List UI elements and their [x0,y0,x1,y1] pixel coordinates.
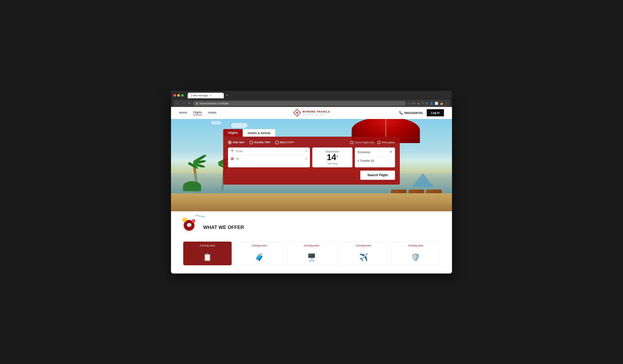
search-widget: Flights Hotels & Airbnb ONE WAY ROUND TR… [223,129,400,185]
sand [171,193,452,211]
reload-button[interactable]: ↻ [187,101,192,105]
maximize-window-button[interactable] [181,94,184,97]
date-picker[interactable]: September 14 • Saturday [312,148,353,167]
class-selector[interactable]: Economy ▼ [355,148,395,157]
offer-5-label: Coming soon [408,244,423,247]
phone-number: 📞 08022008793 [399,111,423,115]
back-button[interactable]: ← [176,101,180,105]
search-btn-row: Search Flight [228,171,395,180]
grammarly-icon[interactable]: G [426,102,428,105]
code-icon[interactable]: </> [411,102,416,105]
from-clear-button[interactable]: ✕ [305,150,308,153]
forward-button[interactable]: → [181,101,186,105]
refundable-option[interactable]: Refundable [377,141,395,144]
direct-flight-radio[interactable] [350,141,354,144]
bookmark-icon[interactable]: ☆ [407,102,410,105]
nav-flights[interactable]: Flights [193,110,202,115]
multi-city-option[interactable]: MULTI CITY [275,141,294,144]
one-way-option[interactable]: ONE WAY [228,141,245,144]
offer-card-5-header: Coming soon [391,242,440,249]
search-tabs: Flights Hotels & Airbnb [223,129,400,137]
class-selected: Economy [358,150,370,154]
tab-expand-icon[interactable]: ⌄ [447,94,450,97]
logo-text-container: MYMORE TRAVELS your golo, our care [303,110,330,115]
offers-section: 💬 1 We Are Here 🟡 WHAT WE OFFER [171,211,452,274]
from-input[interactable] [236,150,303,153]
minimize-window-button[interactable] [177,94,180,97]
active-tab[interactable]: 1 new message ✕ [188,93,224,98]
to-input[interactable] [236,157,303,161]
offer-4-label: Coming soon [356,244,371,247]
security-icon: 🔒 [196,102,198,105]
shield-icon[interactable]: 🛡 [422,102,424,105]
refundable-radio[interactable] [377,141,380,144]
search-panel: ONE WAY ROUND TRIP MULTI CITY [223,137,400,185]
one-way-radio[interactable] [228,141,232,144]
offer-card-2: Coming soon 🧳 [235,241,284,265]
tab-close-icon[interactable]: ✕ [209,94,212,97]
hotels-airbnb-tab[interactable]: Hotels & Airbnb [243,129,275,137]
chat-badge: 1 [192,219,195,223]
offer-card-4-header: Coming soon [339,242,388,249]
address-bar[interactable]: 🔒 mymoretravels.com/flight [193,101,406,106]
logo-icon: ✈ [293,109,301,117]
flights-tab[interactable]: Flights [223,129,243,137]
menu-icon[interactable]: ⋮ [445,102,447,105]
offer-4-icon: ✈️ [358,252,369,262]
logo-tagline: your golo, our care [303,113,330,115]
close-window-button[interactable] [173,94,176,97]
offer-card-4: Coming soon ✈️ [339,241,388,265]
phone-icon: 📞 [399,111,403,115]
offers-header: 💬 1 We Are Here 🟡 WHAT WE OFFER [183,219,440,235]
url-text: mymoretravels.com/flight [200,102,228,105]
chat-icon: 💬 [186,223,192,228]
multi-city-label: MULTI CITY [280,141,294,144]
tab-label: 1 new message [191,94,208,97]
refundable-label: Refundable [382,141,395,144]
offer-1-label: Coming soon [200,244,215,247]
traffic-lights [173,94,184,97]
tab-bar: 1 new message ✕ + ⌄ [188,93,450,98]
offer-2-label: Coming soon [252,244,267,247]
nav-links: Home Flights Hotels [179,110,217,115]
offer-card-3: Coming soon 🖥️ [287,241,336,265]
round-trip-option[interactable]: ROUND TRIP [249,141,270,144]
bush [183,181,201,191]
browser-titlebar: 1 new message ✕ + ⌄ [173,93,450,98]
date-weekday: Saturday [327,162,338,165]
offers-title: WHAT WE OFFER [203,225,244,230]
date-dot: • [336,154,338,158]
nav-home[interactable]: Home [179,111,187,115]
avatar-icon[interactable]: 🧑 [440,102,443,105]
logo-container: ✈ MYMORE TRAVELS your golo, our care [293,109,330,117]
cloud-1 [231,123,247,128]
date-day-container: 14 • [327,153,338,162]
direct-flight-option[interactable]: Direct Flight only [350,141,374,144]
to-input-row: 🎯 ✕ [228,155,310,163]
browser-toolbar: ← → ↻ 🔒 mymoretravels.com/flight ☆ </> ▲… [173,100,450,107]
extensions-icon[interactable]: ⬜ [435,102,438,105]
offer-1-icon: 📋 [202,252,213,262]
round-trip-label: ROUND TRIP [254,141,270,144]
offer-3-label: Coming soon [304,244,319,247]
login-button[interactable]: Log in [427,109,444,116]
toolbar-actions: ☆ </> ▲ 🛡 G 👤 ⬜ 🧑 ⋮ [407,102,447,105]
offers-grid: Coming soon 📋 Coming soon 🧳 Coming soon [183,241,440,265]
target-icon: 🎯 [230,157,234,160]
round-trip-radio[interactable] [249,141,253,144]
profile-icon[interactable]: 👤 [430,102,433,105]
browser-chrome: 1 new message ✕ + ⌄ ← → ↻ 🔒 mymoretravel… [171,91,452,107]
nav-right: 📞 08022008793 Log in [399,109,444,116]
search-inputs-row: 📍 ✕ 🎯 ✕ September [228,148,395,167]
search-flight-button[interactable]: Search Flight [360,171,395,180]
offer-card-1-header: Coming soon [183,242,232,249]
from-input-row: 📍 ✕ [228,148,310,155]
offer-card-1: Coming soon 📋 [183,241,232,265]
date-day-number: 14 [327,153,336,162]
offer-2-icon: 🧳 [254,252,265,262]
new-tab-button[interactable]: + [224,93,229,98]
nav-hotels[interactable]: Hotels [208,111,217,115]
multi-city-radio[interactable] [275,141,279,144]
extensions-puzzle-icon[interactable]: ▲ [417,102,420,105]
to-clear-button[interactable]: ✕ [305,157,308,160]
